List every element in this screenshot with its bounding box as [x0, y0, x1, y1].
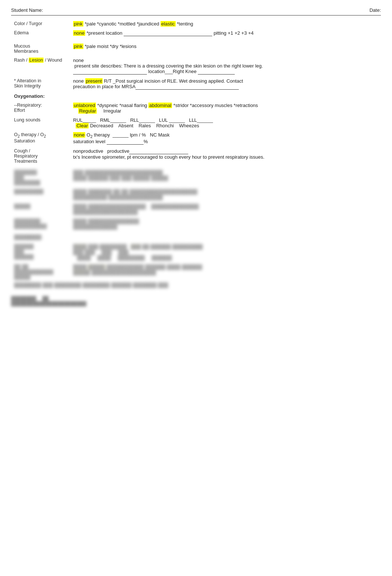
respiratory-effort-row: --Respiratory:Effort unlabored *dyspneic… [11, 101, 381, 115]
color-turgor-text: *pale *cyanotic *mottled *jaundiced [85, 21, 160, 27]
lung-sounds-line2: Clear Decreased Absent Rales Rhonchi Whe… [73, 123, 378, 128]
color-turgor-row: Color / Turgor pink *pale *cyanotic *mot… [11, 19, 381, 28]
o2-line1: none O2 therapy ______ lpm / % NC Mask [73, 132, 378, 139]
highlight-unlabored: unlabored [73, 103, 96, 108]
cough-productive-field[interactable] [129, 148, 188, 154]
oxygenation-header-row: Oxygenation: [11, 92, 381, 101]
highlight-none-edema: none [73, 30, 85, 36]
alteration-skin-row: * Alteration inSkin Integrity none prese… [11, 76, 381, 92]
rash-lesion-row: Rash / Lesion / Wound none present site … [11, 56, 381, 76]
rash-line2: present site describes: There is a dress… [73, 63, 378, 69]
header: Student Name: Date: [11, 7, 381, 15]
resp-text2: *stridor *accessory muscles *retractions [173, 103, 258, 108]
saturation-field[interactable] [107, 139, 144, 145]
alteration-field[interactable] [135, 84, 239, 90]
highlight-lesion: Lesion [29, 58, 44, 63]
lung-sounds-text2: Decreased Absent Rales Rhonchi Wheezes [90, 123, 199, 128]
highlight-pink: pink [73, 21, 83, 27]
edema-label: Edema [11, 28, 70, 38]
highlight-none-o2: none [73, 132, 85, 138]
edema-text: *present location [87, 30, 123, 36]
color-turgor-text2: *tenting [177, 21, 193, 27]
mucous-text: *pale moist *dry *lesions [85, 44, 136, 49]
cough-line2: tx's Incentive spirometer, pt encouraged… [73, 154, 378, 160]
highlight-elastic: elastic [161, 21, 176, 27]
blurred-section-header: ████████: [14, 234, 378, 240]
mucous-membranes-content: pink *pale moist *dry *lesions [70, 42, 381, 56]
assessment-table: Color / Turgor pink *pale *cyanotic *mot… [11, 19, 381, 166]
highlight-regular: Regular [78, 108, 97, 114]
alteration-skin-content: none present R/T _Post surgical incision… [70, 76, 381, 92]
cough-row: Cough /RespiratoryTreatments nonproducti… [11, 146, 381, 166]
alteration-skin-label: * Alteration inSkin Integrity [11, 76, 70, 92]
highlight-abdominal: abdominal [148, 103, 172, 108]
color-turgor-content: pink *pale *cyanotic *mottled *jaundiced… [70, 19, 381, 28]
o2-therapy-row: O2 therapy / O2Saturation none O2 therap… [11, 130, 381, 146]
lung-sounds-row: Lung sounds RUL_____ RML______ RLL______… [11, 115, 381, 130]
edema-content: none *present location pitting +1 +2 +3 … [70, 28, 381, 38]
highlight-clear: Clear [76, 123, 89, 128]
cough-line1: nonproductive productive [73, 148, 378, 154]
rash-location-field[interactable] [73, 69, 147, 75]
highlight-pink-mucous: pink [73, 44, 83, 49]
respiratory-effort-label: --Respiratory:Effort [11, 101, 70, 115]
o2-line2: saturation level % [73, 139, 378, 145]
oxygenation-label: Oxygenation: [11, 92, 70, 101]
resp-text1: *dyspneic *nasal flaring [97, 103, 148, 108]
cough-label: Cough /RespiratoryTreatments [11, 146, 70, 166]
resp-regularity: Regular Irregular [73, 108, 378, 114]
edema-row: Edema none *present location pitting +1 … [11, 28, 381, 38]
alteration-line2: precaution in place for MRSA [73, 84, 378, 90]
o2-therapy-label: O2 therapy / O2Saturation [11, 130, 70, 146]
edema-pitting: pitting +1 +2 +3 +4 [214, 30, 254, 36]
edema-location-field[interactable] [124, 30, 212, 36]
o2-text1: O2 therapy ______ lpm / % NC Mask [87, 132, 170, 138]
date-label: Date: [369, 7, 381, 13]
rash-lesion-label: Rash / Lesion / Wound [11, 56, 70, 76]
student-name-label: Student Name: [11, 7, 43, 13]
cough-content: nonproductive productive tx's Incentive … [70, 146, 381, 166]
blurred-section-1: ██████████████████ ███ █████████████████… [11, 168, 381, 231]
rash-line1: none [73, 58, 378, 63]
highlight-present: present [85, 78, 103, 84]
page-footer-blurred: ████████ ██ ████████████████████████ [11, 296, 381, 306]
alteration-text: R/T _Post surgical incision of RLE. Wet … [104, 78, 243, 84]
rash-line3: location___Right Knee [73, 69, 378, 75]
respiratory-effort-content: unlabored *dyspneic *nasal flaring abdom… [70, 101, 381, 115]
lung-sounds-content: RUL_____ RML______ RLL______ LUL ______ … [70, 115, 381, 130]
alteration-none: none [73, 78, 85, 84]
lung-sounds-line1: RUL_____ RML______ RLL______ LUL ______ … [73, 117, 378, 123]
mucous-membranes-row: MucousMembranes pink *pale moist *dry *l… [11, 42, 381, 56]
blurred-section-gi: ███████████████ ████ ███ ████████ ███ ██… [11, 242, 381, 289]
color-turgor-label: Color / Turgor [11, 19, 70, 28]
rash-lesion-content: none present site describes: There is a … [70, 56, 381, 76]
rash-knee-field[interactable] [198, 69, 235, 75]
lung-sounds-label: Lung sounds [11, 115, 70, 130]
mucous-membranes-label: MucousMembranes [11, 42, 70, 56]
o2-therapy-content: none O2 therapy ______ lpm / % NC Mask s… [70, 130, 381, 146]
